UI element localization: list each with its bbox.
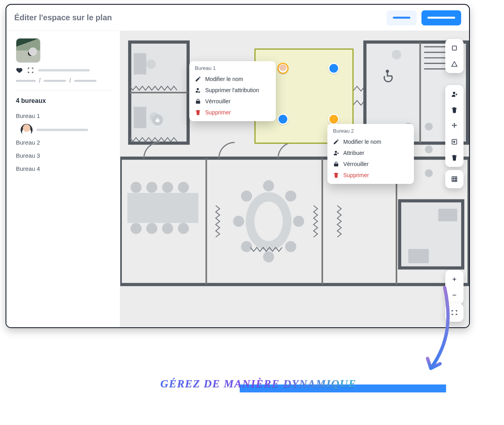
zoom-in[interactable] [448,272,461,286]
menu-item-unassign[interactable]: Supprimer l'attribution [195,85,270,96]
svg-point-39 [285,241,296,252]
locked-desk-indicator [152,114,163,126]
tool-assign[interactable] [448,87,461,101]
tool-trash-2[interactable] [448,151,461,164]
svg-point-37 [293,216,304,227]
svg-rect-7 [134,107,146,128]
svg-point-33 [263,180,274,191]
menu-item-label: Supprimer l'attribution [205,87,259,93]
primary-button[interactable] [421,10,461,25]
svg-rect-5 [134,53,146,75]
context-menu-title: Bureau 2 [333,128,408,134]
svg-rect-22 [127,193,198,223]
placeholder-line [38,69,90,71]
placeholder-line [16,80,36,82]
svg-point-48 [425,123,433,131]
trash-icon [451,106,458,114]
square-icon [451,44,458,52]
menu-item-label: Modifier le nom [343,139,381,145]
menu-item-label: Supprimer [343,172,369,178]
floorplan-canvas[interactable]: Bureau 1 Modifier le nom Supprimer l'att… [120,31,469,327]
tool-trash[interactable] [448,103,461,117]
svg-point-49 [425,145,433,153]
desk-marker-yellow[interactable] [328,114,339,125]
export-icon [451,138,458,145]
tool-triangle[interactable] [448,57,461,71]
plus-icon [451,276,458,283]
assigned-user-row[interactable] [16,124,112,136]
svg-point-50 [425,169,433,177]
zoom-toolbar [445,270,464,304]
lock-icon [333,161,339,167]
unassign-icon [195,87,201,93]
menu-item-label: Attribuer [343,150,364,156]
heart-icon[interactable] [16,67,23,74]
sidebar-item-bureau-2[interactable]: Bureau 2 [16,136,112,149]
office-list: Bureau 1 Bureau 2 Bureau 3 Bureau 4 [16,109,112,175]
svg-point-30 [178,223,189,234]
trash-icon [195,109,201,116]
menu-item-edit[interactable]: Modifier le nom [333,136,408,147]
scan-icon[interactable] [27,67,34,74]
fullscreen-toolbar [445,303,464,322]
svg-point-24 [146,182,158,193]
floorplan-svg [120,31,469,326]
fullscreen[interactable] [448,306,461,319]
zoom-out[interactable] [448,288,461,302]
lock-icon [195,98,201,104]
edit-toolbar [445,85,464,167]
person-add-icon [333,150,339,156]
avatar [21,124,33,136]
desk-marker-blue[interactable] [277,114,289,125]
svg-point-26 [178,182,189,193]
divider [16,91,112,91]
menu-item-label: Supprimer [205,109,231,116]
minus-icon [451,292,458,299]
tool-grid[interactable] [448,172,461,186]
context-menu-title: Bureau 1 [195,65,270,71]
trash-icon [451,154,458,161]
app-window: Éditer l'espace sur le plan / / 4 bureau [6,4,470,328]
menu-item-label: Vérrouiller [205,98,231,104]
desk-marker-avatar[interactable] [277,63,289,74]
svg-point-28 [146,223,158,234]
grid-icon [451,176,458,183]
thumbnail-actions [16,67,112,74]
sidebar-item-bureau-3[interactable]: Bureau 3 [16,149,112,162]
pencil-icon [333,139,339,145]
breadcrumb-separator: / [69,77,71,84]
breadcrumb: / / [16,77,112,84]
menu-item-label: Modifier le nom [205,76,243,82]
tool-export[interactable] [448,135,461,149]
menu-item-delete[interactable]: Supprimer [195,107,270,118]
menu-item-label: Vérrouiller [343,161,369,167]
svg-point-32 [254,202,283,241]
sidebar: / / 4 bureaux Bureau 1 Bureau 2 Bureau 3… [6,31,120,327]
svg-point-35 [285,191,296,202]
menu-item-lock[interactable]: Vérrouiller [333,158,408,170]
svg-point-25 [162,182,173,193]
svg-point-27 [131,223,142,234]
fullscreen-icon [451,309,458,316]
header-actions [387,10,461,25]
trash-icon [333,172,339,178]
promo-text: Gérez de manière dynamique [160,377,356,390]
breadcrumb-separator: / [39,77,40,84]
placeholder-line [74,80,96,82]
desk-marker-blue[interactable] [328,63,339,74]
sidebar-item-bureau-4[interactable]: Bureau 4 [16,162,112,175]
menu-item-edit[interactable]: Modifier le nom [195,73,270,85]
tool-square[interactable] [448,41,461,55]
space-thumbnail[interactable] [16,38,40,63]
context-menu-bureau-2: Bureau 2 Modifier le nom Attribuer Vérro… [327,124,414,184]
menu-item-lock[interactable]: Vérrouiller [195,96,270,107]
grid-toolbar [445,170,464,188]
menu-item-delete[interactable]: Supprimer [333,170,408,181]
menu-item-assign[interactable]: Attribuer [333,147,408,158]
tool-move[interactable] [448,119,461,133]
sidebar-item-bureau-1[interactable]: Bureau 1 [16,109,112,122]
page-title: Éditer l'espace sur le plan [14,13,112,22]
shape-toolbar [445,39,464,73]
svg-rect-43 [438,209,457,221]
secondary-button[interactable] [387,10,417,25]
